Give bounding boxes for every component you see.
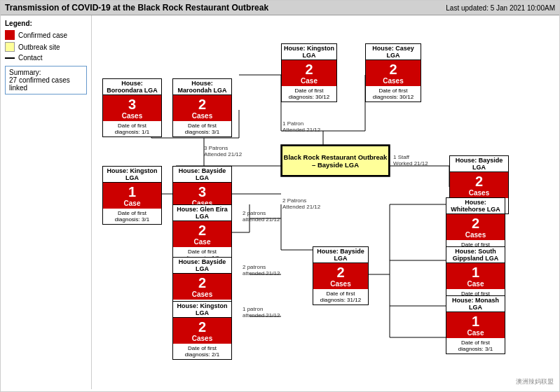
- central-label: Black Rock Restaurant Outbreak – Bayside…: [282, 153, 388, 169]
- node-kingston-top-body: 2 Case: [282, 60, 336, 86]
- legend: Legend: Confirmed case Outbreak site Con…: [1, 15, 92, 389]
- node-boroondara-body: 3 Cases: [103, 95, 161, 121]
- connector-label-patron1: 1 PatronAttended 21/12: [282, 120, 320, 133]
- node-kingston-lower-label: Cases: [175, 335, 230, 342]
- contact-label: Contact: [18, 54, 42, 62]
- node-bayside-mid-header: House: Bayside LGA: [313, 247, 368, 263]
- node-bayside-mid-num: 2: [315, 265, 367, 280]
- header-updated: Last updated: 5 Jan 2021 10:00AM: [446, 4, 555, 12]
- node-bayside-mid-body: 2 Cases: [313, 263, 368, 289]
- main-content: Legend: Confirmed case Outbreak site Con…: [1, 15, 559, 389]
- node-monash-header: House: Monash LGA: [446, 296, 505, 312]
- node-kingston-left-label: Case: [104, 200, 160, 207]
- node-bayside-mid-label: Cases: [315, 280, 367, 288]
- contact-icon: [5, 57, 15, 59]
- node-glen-eira: House: Glen Eira LGA 2 Case Date of firs…: [172, 204, 232, 263]
- node-kingston-top-label: Case: [283, 77, 335, 85]
- connector-label-patrons2c: 2 patronsattended 21/12: [243, 264, 280, 276]
- node-whitehorse-label: Cases: [448, 231, 503, 239]
- node-whitehorse-header: House: Whitehorse LGA: [446, 198, 505, 214]
- node-monash-body: 1 Case: [446, 312, 505, 338]
- node-boroondara-footer: Date of first diagnosis: 1/1: [103, 121, 161, 136]
- node-kingston-lower-footer: Date of first diagnosis: 2/1: [173, 344, 231, 359]
- connector-label-staff1: 1 StaffWorked 21/12: [393, 154, 428, 167]
- node-casey-body: 2 Cases: [366, 60, 421, 86]
- page: Transmission of COVID-19 at the Black Ro…: [0, 0, 560, 392]
- node-bayside-right-top-body: 2 Cases: [450, 172, 508, 198]
- node-kingston-lower: House: Kingston LGA 2 Cases Date of firs…: [172, 301, 232, 360]
- node-bayside-lower-label: Cases: [175, 290, 230, 298]
- node-kingston-left: House: Kingston LGA 1 Case Date of first…: [102, 166, 162, 225]
- node-casey-header: House: Casey LGA: [366, 44, 421, 60]
- header: Transmission of COVID-19 at the Black Ro…: [1, 1, 559, 15]
- node-whitehorse-num: 2: [448, 216, 503, 231]
- node-monash-num: 1: [448, 314, 503, 329]
- outbreak-icon: [5, 42, 15, 52]
- node-bayside-lower-body: 2 Cases: [173, 274, 231, 300]
- legend-title: Legend:: [5, 20, 87, 27]
- connector-label-patrons3: 3 PatronsAttended 21/12: [204, 145, 242, 158]
- node-kingston-top-footer: Date of first diagnosis: 30/12: [282, 86, 336, 102]
- legend-confirmed: Confirmed case: [5, 30, 87, 40]
- node-boroondara-num: 3: [104, 97, 160, 112]
- node-maroondah-footer: Date of first diagnosis: 3/1: [173, 121, 231, 136]
- node-casey-footer: Date of first diagnosis: 30/12: [366, 86, 421, 102]
- node-casey-num: 2: [367, 62, 419, 77]
- connector-label-patrons2: 2 PatronsAttended 21/12: [282, 197, 320, 210]
- node-south-gippsland-num: 1: [448, 265, 503, 280]
- summary-label: Summary:: [9, 69, 83, 76]
- node-south-gippsland-body: 1 Case: [446, 263, 505, 289]
- outbreak-label: Outbreak site: [18, 43, 60, 51]
- watermark: 澳洲辣妈联盟: [516, 377, 554, 386]
- header-title: Transmission of COVID-19 at the Black Ro…: [5, 3, 268, 13]
- node-kingston-top: House: Kingston LGA 2 Case Date of first…: [281, 43, 337, 102]
- node-kingston-top-num: 2: [283, 62, 335, 77]
- node-glen-eira-header: House: Glen Eira LGA: [173, 205, 231, 221]
- node-maroondah-num: 2: [175, 97, 230, 112]
- node-boroondara-header: House: Boroondara LGA: [103, 79, 161, 95]
- node-glen-eira-body: 2 Case: [173, 221, 231, 247]
- node-bayside-left-num: 3: [175, 184, 230, 200]
- diagram: House: Boroondara LGA 3 Cases Date of fi…: [92, 15, 559, 389]
- node-bayside-mid-footer: Date of first diagnosis: 31/12: [313, 289, 368, 304]
- node-maroondah-body: 2 Cases: [173, 95, 231, 121]
- node-kingston-left-body: 1 Case: [103, 183, 161, 209]
- node-whitehorse-body: 2 Cases: [446, 214, 505, 240]
- confirmed-label: Confirmed case: [18, 31, 67, 39]
- node-boroondara: House: Boroondara LGA 3 Cases Date of fi…: [102, 78, 162, 137]
- node-kingston-left-num: 1: [104, 184, 160, 200]
- node-glen-eira-num: 2: [175, 223, 230, 238]
- node-bayside-right-top-label: Cases: [451, 189, 507, 197]
- connector-label-patrons2b: 2 patronsattended 21/12: [243, 210, 280, 223]
- node-monash-footer: Date of first diagnosis: 3/1: [446, 338, 505, 354]
- confirmed-icon: [5, 30, 15, 40]
- node-glen-eira-label: Case: [175, 238, 230, 246]
- node-bayside-right-top-header: House: Bayside LGA: [450, 156, 508, 172]
- node-south-gippsland-header: House: South Gippsland LGA: [446, 247, 505, 263]
- node-bayside-right-top-num: 2: [451, 174, 507, 189]
- node-bayside-mid: House: Bayside LGA 2 Cases Date of first…: [313, 246, 369, 305]
- legend-contact: Contact: [5, 54, 87, 62]
- node-maroondah-header: House: Maroondah LGA: [173, 79, 231, 95]
- node-kingston-left-footer: Date of first diagnosis: 3/1: [103, 209, 161, 224]
- node-kingston-lower-header: House: Kingston LGA: [173, 302, 231, 318]
- node-casey-label: Cases: [367, 77, 419, 85]
- node-maroondah: House: Maroondah LGA 2 Cases Date of fir…: [172, 78, 232, 137]
- node-casey: House: Casey LGA 2 Cases Date of first d…: [365, 43, 421, 102]
- central-node: Black Rock Restaurant Outbreak – Bayside…: [281, 145, 390, 176]
- node-monash-label: Case: [448, 329, 503, 337]
- node-boroondara-label: Cases: [104, 112, 160, 120]
- node-bayside-left-header: House: Bayside LGA: [173, 167, 231, 183]
- node-monash: House: Monash LGA 1 Case Date of first d…: [446, 295, 505, 354]
- node-kingston-lower-num: 2: [175, 319, 230, 335]
- node-kingston-lower-body: 2 Cases: [173, 318, 231, 344]
- connector-label-patron1b: 1 patronattended 21/12: [243, 306, 280, 318]
- summary-box: Summary: 27 confirmed cases linked: [5, 66, 87, 94]
- node-kingston-top-header: House: Kingston LGA: [282, 44, 336, 60]
- node-bayside-lower-header: House: Bayside LGA: [173, 258, 231, 274]
- node-kingston-left-header: House: Kingston LGA: [103, 167, 161, 183]
- node-maroondah-label: Cases: [175, 112, 230, 120]
- legend-outbreak: Outbreak site: [5, 42, 87, 52]
- summary-value: 27 confirmed cases linked: [9, 76, 83, 92]
- node-bayside-lower-num: 2: [175, 275, 230, 290]
